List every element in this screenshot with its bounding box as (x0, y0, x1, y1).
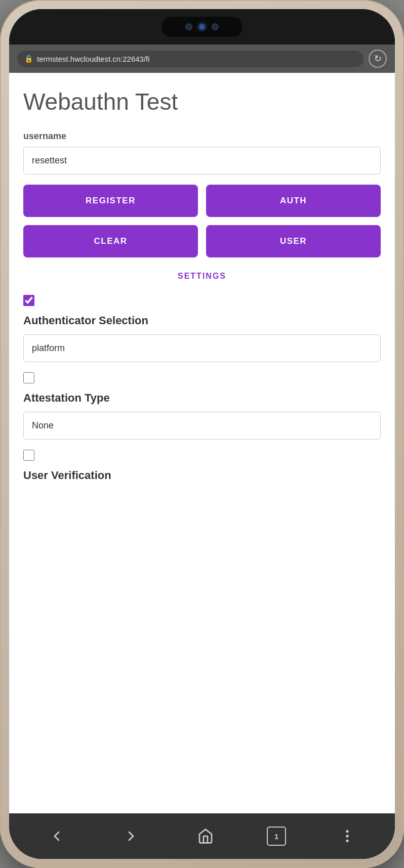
auth-button[interactable]: AUTH (206, 185, 381, 217)
action-buttons: REGISTER AUTH CLEAR USER (23, 185, 381, 257)
camera-bar (9, 9, 395, 45)
camera-pill (161, 17, 243, 37)
svg-point-0 (347, 831, 348, 832)
home-icon (197, 828, 214, 844)
page-title: Webauthn Test (23, 89, 381, 115)
svg-point-1 (347, 836, 348, 837)
menu-button[interactable] (334, 823, 360, 849)
back-button[interactable] (44, 823, 70, 849)
clear-button[interactable]: CLEAR (23, 225, 198, 257)
tab-count: 1 (274, 832, 278, 841)
camera-lens (198, 23, 206, 30)
checkbox-row-3 (23, 450, 381, 461)
phone-screen: 🔒 termstest.hwcloudtest.cn:22643/fi ↻ We… (9, 9, 395, 859)
bottom-nav: 1 (9, 813, 395, 859)
checkbox-row-2 (23, 372, 381, 383)
settings-link[interactable]: SETTINGS (23, 272, 381, 281)
forward-button[interactable] (118, 823, 144, 849)
url-bar[interactable]: 🔒 termstest.hwcloudtest.cn:22643/fi (17, 51, 363, 67)
attestation-type-heading: Attestation Type (23, 392, 381, 405)
camera-sensor-left (185, 23, 192, 30)
user-button[interactable]: USER (206, 225, 381, 257)
username-input[interactable] (23, 147, 381, 175)
attestation-input[interactable] (23, 412, 381, 440)
checkbox-row-1 (23, 295, 381, 306)
register-button[interactable]: REGISTER (23, 185, 198, 217)
more-options-icon (339, 828, 355, 844)
lock-icon: 🔒 (24, 55, 33, 63)
user-verification-heading: User Verification (23, 469, 381, 482)
reload-button[interactable]: ↻ (369, 50, 387, 68)
camera-sensor-right (212, 23, 219, 30)
back-arrow-icon (49, 828, 65, 844)
page-content: Webauthn Test username REGISTER AUTH CLE… (9, 73, 395, 813)
authenticator-input[interactable] (23, 334, 381, 362)
checkbox-3[interactable] (23, 450, 34, 461)
checkbox-2[interactable] (23, 372, 34, 383)
username-label: username (23, 131, 381, 142)
checkbox-1[interactable] (23, 295, 34, 306)
phone-frame: 🔒 termstest.hwcloudtest.cn:22643/fi ↻ We… (0, 0, 404, 868)
browser-bar: 🔒 termstest.hwcloudtest.cn:22643/fi ↻ (9, 45, 395, 73)
tab-switcher-button[interactable]: 1 (267, 827, 286, 846)
url-text: termstest.hwcloudtest.cn:22643/fi (37, 55, 150, 63)
svg-point-2 (347, 840, 348, 842)
authenticator-selection-heading: Authenticator Selection (23, 314, 381, 327)
home-button[interactable] (192, 823, 219, 849)
forward-arrow-icon (123, 828, 139, 844)
